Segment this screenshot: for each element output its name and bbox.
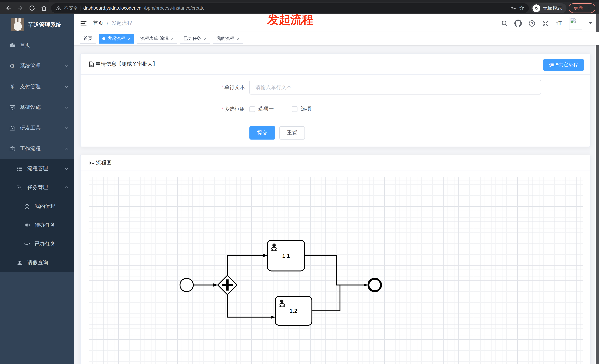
breadcrumb: 首页 / 发起流程 [93,20,132,26]
sidebar-item-payment[interactable]: ¥ 支付管理 [0,76,74,97]
key-icon[interactable] [510,5,516,11]
bookmark-star-icon[interactable]: ☆ [519,5,524,11]
tag-label: 已办任务 [184,35,201,42]
breadcrumb-home[interactable]: 首页 [93,20,104,26]
bpmn-end-event[interactable] [368,279,381,291]
checkbox-option-2[interactable] [292,106,298,112]
bpmn-parallel-gateway[interactable] [218,275,237,295]
reload-button[interactable] [27,3,37,13]
main-content: 申请信息【测试多审批人】 选择其它流程 *单行文本 *多选框组 选项一 选项二 [74,45,596,364]
sidebar-item-label: 流程管理 [27,165,64,172]
update-button[interactable]: 更新 ⋮ [569,3,595,13]
task-label: 1.2 [290,308,297,314]
home-button[interactable] [39,3,49,13]
sidebar-item-label: 首页 [20,42,69,49]
page-scrollbar[interactable] [596,14,599,364]
diagram-card-title: 流程图 [96,160,112,166]
home-icon [40,4,48,12]
text-field-label: *单行文本 [184,80,245,95]
close-icon[interactable]: × [237,36,239,41]
url-separator [80,6,81,11]
sidebar-item-system[interactable]: ⚙ 系统管理 [0,56,74,76]
url-host: dashboard.yudao.iocoder.cn [83,6,141,11]
fullscreen-icon[interactable] [542,20,549,27]
tags-view: 首页 发起流程 × 流程表单-编辑 × 已办任务 × 我的流程 × [74,32,599,45]
github-icon[interactable] [514,20,522,27]
tag-my-process[interactable]: 我的流程 × [213,34,243,43]
edge-task12-join [312,285,340,311]
sidebar-item-process-mgmt[interactable]: 流程管理 [0,159,74,178]
bpmn-user-task-1-2[interactable]: 1.2 [275,296,312,325]
browser-menu-icon[interactable]: ⋮ [586,6,592,11]
sidebar: 芋道管理系统 首页 ⚙ 系统管理 ¥ 支付管理 [0,14,74,364]
close-icon[interactable]: × [128,36,131,41]
checkbox-option-1[interactable] [249,106,255,112]
chevron-down-icon [64,166,69,171]
sidebar-item-label: 任务管理 [27,184,64,191]
tag-form-edit[interactable]: 流程表单-编辑 × [137,34,177,43]
monitor-icon [9,104,16,111]
chevron-down-icon [64,105,69,110]
bpmn-start-event[interactable] [180,278,193,292]
sidebar-item-label: 我的流程 [35,203,69,210]
warning-icon [55,5,61,11]
sidebar-item-workflow[interactable]: 工作流程 [0,138,74,159]
incognito-badge: 无痕模式 [531,3,566,13]
url-bar[interactable]: 不安全 dashboard.yudao.iocoder.cn/bpm/proce… [51,3,529,13]
choose-other-process-button[interactable]: 选择其它流程 [543,59,584,71]
app-window: 芋道管理系统 首页 ⚙ 系统管理 ¥ 支付管理 [0,14,599,364]
reset-button[interactable]: 重置 [279,126,305,140]
sidebar-logo[interactable]: 芋道管理系统 [0,14,74,35]
face-icon [24,203,30,210]
chevron-up-icon [64,147,69,151]
sidebar-item-devtools[interactable]: 研发工具 [0,118,74,138]
font-size-icon[interactable]: TT [555,20,563,27]
required-star: * [221,106,223,112]
sidebar-item-home[interactable]: 首页 [0,35,74,56]
forward-button[interactable] [16,3,25,13]
bpmn-user-task-1-1[interactable]: 1.1 [268,240,305,271]
tag-done-tasks[interactable]: 已办任务 × [180,34,210,43]
diagram-card-header: 流程图 [80,155,590,171]
gear-icon: ⚙ [9,63,16,69]
submit-button[interactable]: 提交 [249,126,275,140]
avatar-caret-icon[interactable] [589,22,592,24]
sidebar-item-leave-query[interactable]: 请假查询 [0,253,74,272]
svg-text:T: T [556,22,558,26]
checkbox-option-1-label[interactable]: 选项一 [258,106,274,112]
list-icon [16,165,23,172]
help-icon[interactable]: ? [528,20,536,27]
annotation-text: 发起流程 [268,12,313,28]
logo-image [11,18,24,31]
close-icon[interactable]: × [204,36,207,41]
sidebar-item-label: 基础设施 [20,104,64,111]
svg-text:T: T [558,20,562,26]
search-icon[interactable] [501,20,508,27]
sidebar-item-todo-tasks[interactable]: 待办任务 [0,216,74,234]
process-diagram-card: 流程图 [80,155,590,364]
tag-start-process[interactable]: 发起流程 × [99,34,134,43]
sidebar-item-label: 请假查询 [27,259,69,266]
browser-active-tab[interactable] [0,0,49,2]
back-button[interactable] [4,3,13,13]
bpmn-canvas[interactable]: 1.1 1.2 [89,177,583,364]
edge-gateway-task11 [227,255,267,275]
single-line-text-input[interactable] [249,80,541,94]
image-icon [89,160,95,166]
required-star: * [221,84,223,90]
sidebar-item-done-tasks[interactable]: 已办任务 [0,234,74,253]
apply-card-title: 申请信息【测试多审批人】 [96,61,158,67]
sidebar-item-infra[interactable]: 基础设施 [0,97,74,118]
sidebar-collapse-icon[interactable] [80,20,87,27]
sidebar-item-my-process[interactable]: 我的流程 [0,197,74,216]
tag-home[interactable]: 首页 [80,34,96,43]
sidebar-item-task-mgmt[interactable]: 任务管理 [0,178,74,197]
close-icon[interactable]: × [171,36,174,41]
forward-arrow-icon [17,4,24,12]
avatar[interactable] [569,17,582,30]
toolbox-icon [9,125,16,131]
briefcase-icon [9,145,16,152]
security-label: 不安全 [64,5,78,11]
checkbox-option-2-label[interactable]: 选项二 [301,106,316,112]
yen-icon: ¥ [9,84,16,90]
